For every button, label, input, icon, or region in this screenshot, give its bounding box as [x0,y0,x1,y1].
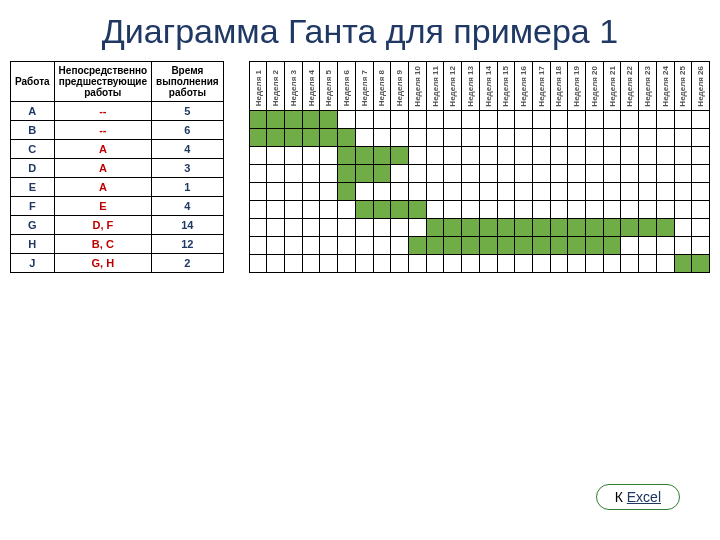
table-row: JG, H2 [11,253,224,272]
task-id: F [11,196,55,215]
task-pred: E [54,196,151,215]
gantt-cell [674,110,692,128]
gantt-cell [373,200,391,218]
gantt-cell [568,182,586,200]
gantt-cell [656,110,674,128]
gantt-cell [338,110,356,128]
gantt-cell [692,236,710,254]
week-header: Неделя 13 [462,61,480,110]
gantt-cell [444,254,462,272]
gantt-cell [462,110,480,128]
gantt-cell [462,164,480,182]
gantt-cell [462,146,480,164]
gantt-cell [408,128,426,146]
gantt-cell [515,200,533,218]
task-dur: 12 [152,234,224,253]
gantt-cell [603,254,621,272]
gantt-cell [656,182,674,200]
gantt-cell [267,218,285,236]
gantt-cell [550,200,568,218]
gantt-cell [320,146,338,164]
gantt-row [249,254,709,272]
gantt-cell [408,218,426,236]
col-pred: Непосредственно предшествующие работы [54,61,151,101]
excel-link[interactable]: Excel [627,489,661,505]
week-header: Неделя 17 [532,61,550,110]
week-header: Неделя 22 [621,61,639,110]
gantt-cell [656,200,674,218]
gantt-cell [692,182,710,200]
gantt-cell [267,128,285,146]
gantt-cell [249,146,267,164]
gantt-cell [515,164,533,182]
gantt-cell [532,146,550,164]
task-pred: -- [54,101,151,120]
gantt-cell [302,200,320,218]
task-table: Работа Непосредственно предшествующие ра… [10,61,224,273]
gantt-cell [479,218,497,236]
table-row: CA4 [11,139,224,158]
gantt-cell [639,128,657,146]
gantt-cell [568,200,586,218]
gantt-cell [373,110,391,128]
task-id: A [11,101,55,120]
gantt-cell [355,110,373,128]
gantt-cell [692,146,710,164]
gantt-cell [444,128,462,146]
gantt-cell [391,110,409,128]
task-dur: 2 [152,253,224,272]
task-pred: B, C [54,234,151,253]
week-header: Неделя 24 [656,61,674,110]
week-header: Неделя 10 [408,61,426,110]
gantt-cell [285,254,303,272]
gantt-cell [355,182,373,200]
col-dur: Время выполнения работы [152,61,224,101]
gantt-cell [692,254,710,272]
gantt-cell [426,236,444,254]
gantt-cell [586,236,604,254]
week-header: Неделя 9 [391,61,409,110]
gantt-cell [515,236,533,254]
gantt-cell [285,182,303,200]
week-header: Неделя 20 [586,61,604,110]
gantt-cell [338,236,356,254]
table-row: FE4 [11,196,224,215]
table-row: GD, F14 [11,215,224,234]
gantt-cell [338,164,356,182]
gantt-cell [426,164,444,182]
excel-button[interactable]: К Excel [596,484,680,510]
gantt-row [249,200,709,218]
gantt-cell [621,128,639,146]
gantt-cell [639,236,657,254]
gantt-cell [408,254,426,272]
gantt-cell [586,110,604,128]
gantt-cell [479,128,497,146]
gantt-cell [355,236,373,254]
gantt-cell [621,146,639,164]
week-header: Неделя 15 [497,61,515,110]
week-header: Неделя 23 [639,61,657,110]
gantt-cell [603,110,621,128]
gantt-cell [373,236,391,254]
gantt-cell [302,146,320,164]
gantt-cell [497,146,515,164]
gantt-cell [586,164,604,182]
gantt-cell [479,110,497,128]
gantt-row [249,218,709,236]
gantt-cell [355,164,373,182]
task-dur: 4 [152,196,224,215]
gantt-cell [320,110,338,128]
gantt-row [249,110,709,128]
gantt-cell [444,236,462,254]
gantt-cell [373,146,391,164]
task-dur: 14 [152,215,224,234]
gantt-cell [355,128,373,146]
gantt-cell [355,218,373,236]
gantt-cell [338,128,356,146]
gantt-row [249,128,709,146]
gantt-cell [532,254,550,272]
gantt-cell [621,182,639,200]
task-table-header: Работа Непосредственно предшествующие ра… [11,61,224,101]
gantt-cell [285,218,303,236]
gantt-cell [320,218,338,236]
